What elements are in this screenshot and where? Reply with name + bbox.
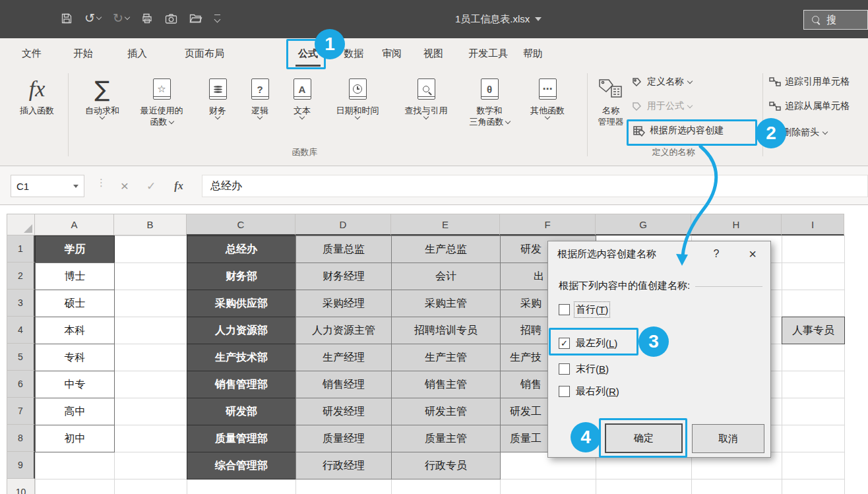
cell-C4[interactable]: 人力资源部 <box>187 317 296 344</box>
option-top-row[interactable]: 首行(T) <box>559 301 608 317</box>
financial-button[interactable]: 财务 <box>198 73 237 119</box>
trace-precedents-button[interactable]: 追踪引用单元格 <box>769 76 850 88</box>
ok-button[interactable]: 确定 <box>605 423 683 453</box>
cell-D4[interactable]: 人力资源主管 <box>295 317 392 344</box>
cell-E3[interactable]: 采购主管 <box>391 290 501 317</box>
cell-C2[interactable]: 财务部 <box>187 262 296 290</box>
autosum-button[interactable]: 自动求和 <box>77 73 128 119</box>
dialog-close-button[interactable]: × <box>739 241 766 266</box>
cell-C9[interactable]: 综合管理部 <box>187 452 296 479</box>
name-manager-button[interactable]: 名称 管理器 <box>591 73 631 127</box>
cell-E9[interactable]: 行政专员 <box>391 452 501 479</box>
tab-review[interactable]: 审阅 <box>375 38 409 69</box>
column-header-F[interactable]: F <box>500 214 596 235</box>
tab-home[interactable]: 开始 <box>67 38 99 69</box>
row-header-1[interactable]: 1 <box>7 235 35 262</box>
trace-dependents-button[interactable]: 追踪从属单元格 <box>769 100 850 112</box>
column-header-I[interactable]: I <box>782 214 844 235</box>
column-header-H[interactable]: H <box>691 214 782 235</box>
text-button[interactable]: A 文本 <box>282 73 322 119</box>
cell-D7[interactable]: 研发经理 <box>295 398 392 425</box>
checkbox-top-row[interactable] <box>559 304 570 315</box>
date-time-button[interactable]: 日期和时间 <box>325 73 390 119</box>
logical-button[interactable]: ? 逻辑 <box>240 73 280 119</box>
insert-function-button[interactable]: 插入函数 <box>9 73 65 116</box>
cell-C5[interactable]: 生产技术部 <box>187 344 296 371</box>
option-right-column[interactable]: 最右列(R) <box>559 383 619 399</box>
cell-A2[interactable]: 博士 <box>35 262 115 290</box>
cell-E1[interactable]: 生产总监 <box>391 235 501 263</box>
option-left-column[interactable]: ✓ 最左列(L) <box>559 335 617 351</box>
confirm-entry-button[interactable] <box>140 175 162 197</box>
cell-E6[interactable]: 销售主管 <box>391 371 501 398</box>
cancel-button[interactable]: 取消 <box>692 424 764 453</box>
screenshot-icon[interactable] <box>165 13 177 24</box>
print-preview-icon[interactable] <box>141 13 153 24</box>
customize-toolbar-icon[interactable] <box>214 15 221 22</box>
cell-E2[interactable]: 会计 <box>391 262 501 290</box>
cell-A4[interactable]: 本科 <box>35 317 115 344</box>
row-header-4[interactable]: 4 <box>7 317 35 344</box>
cell-C1[interactable]: 总经办 <box>187 235 296 263</box>
title-dropdown-icon[interactable] <box>535 17 542 21</box>
cell-A5[interactable]: 专科 <box>35 344 115 371</box>
row-header-2[interactable]: 2 <box>7 262 35 290</box>
column-header-D[interactable]: D <box>295 214 391 235</box>
cell-A1[interactable]: 学历 <box>35 235 115 263</box>
cell-A3[interactable]: 硕士 <box>35 290 115 317</box>
name-box[interactable]: C1 <box>11 175 84 197</box>
checkbox-right-column[interactable] <box>559 386 570 397</box>
cell-C7[interactable]: 研发部 <box>187 398 296 425</box>
cell-D5[interactable]: 生产经理 <box>295 344 392 371</box>
cell-E7[interactable]: 研发主管 <box>391 398 501 425</box>
search-box[interactable]: 搜 <box>803 10 868 30</box>
tab-developer[interactable]: 开发工具 <box>462 38 514 69</box>
cell-E4[interactable]: 招聘培训专员 <box>391 317 501 344</box>
tab-help[interactable]: 帮助 <box>517 38 549 69</box>
formula-input[interactable]: 总经办 <box>202 175 868 197</box>
recently-used-button[interactable]: ☆ 最近使用的 函数 <box>129 73 194 127</box>
checkbox-left-column[interactable]: ✓ <box>559 338 570 349</box>
name-box-dropdown-icon[interactable] <box>73 185 78 188</box>
cell-D6[interactable]: 销售经理 <box>295 371 392 398</box>
cell-D8[interactable]: 质量经理 <box>295 425 392 452</box>
lookup-reference-button[interactable]: 查找与引用 <box>393 73 459 119</box>
row-header-6[interactable]: 6 <box>7 371 35 398</box>
cell-D9[interactable]: 行政经理 <box>295 452 392 479</box>
cell-A7[interactable]: 高中 <box>35 398 115 425</box>
remove-arrows-button[interactable]: 删除箭头 <box>782 127 827 139</box>
cell-E5[interactable]: 生产主管 <box>391 344 501 371</box>
row-header-5[interactable]: 5 <box>7 344 35 371</box>
cell-C8[interactable]: 质量管理部 <box>187 425 296 452</box>
tab-data[interactable]: 数据 <box>336 38 371 69</box>
cell-E8[interactable]: 质量主管 <box>391 425 501 452</box>
row-header-7[interactable]: 7 <box>7 398 35 425</box>
cell-A8[interactable]: 初中 <box>35 425 115 452</box>
row-header-8[interactable]: 8 <box>7 425 35 452</box>
cell-D2[interactable]: 财务经理 <box>295 262 392 290</box>
cancel-entry-button[interactable] <box>113 175 136 197</box>
create-from-selection-button[interactable]: 根据所选内容创建 <box>633 125 724 137</box>
select-all-corner[interactable] <box>7 214 35 235</box>
cell-C6[interactable]: 销售管理部 <box>187 371 296 398</box>
tab-file[interactable]: 文件 <box>16 38 47 69</box>
option-bottom-row[interactable]: 末行(B) <box>559 361 609 377</box>
tab-insert[interactable]: 插入 <box>121 38 153 69</box>
cell-D1[interactable]: 质量总监 <box>295 235 392 263</box>
tab-formulas[interactable]: 公式 <box>291 38 325 69</box>
column-header-B[interactable]: B <box>114 214 187 235</box>
insert-function-fx-button[interactable] <box>168 175 190 197</box>
undo-icon[interactable]: ↺ <box>84 9 101 28</box>
cell-I4[interactable]: 人事专员 <box>782 317 845 344</box>
tab-view[interactable]: 视图 <box>416 38 450 69</box>
row-header-3[interactable]: 3 <box>7 290 35 317</box>
open-folder-icon[interactable] <box>189 13 202 24</box>
column-header-E[interactable]: E <box>391 214 500 235</box>
tab-page-layout[interactable]: 页面布局 <box>178 38 231 69</box>
dialog-help-button[interactable]: ? <box>704 241 728 266</box>
checkbox-bottom-row[interactable] <box>559 363 570 375</box>
cell-A6[interactable]: 中专 <box>35 371 115 398</box>
cell-D3[interactable]: 采购经理 <box>295 290 392 317</box>
column-header-A[interactable]: A <box>35 214 114 235</box>
column-header-C[interactable]: C <box>187 214 295 235</box>
